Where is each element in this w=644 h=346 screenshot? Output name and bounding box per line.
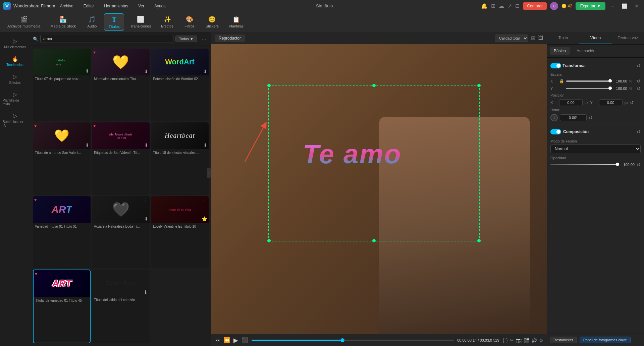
tool-efectos[interactable]: ✨ Efectos xyxy=(157,14,177,30)
download-icon[interactable]: ⬇ xyxy=(144,290,148,295)
filter-button[interactable]: Todos ▼ xyxy=(175,36,197,42)
collapse-panel-button[interactable]: ‹ xyxy=(207,168,211,178)
list-item[interactable]: ♥ ART Titular de variedad 01 Título 45 xyxy=(33,270,91,343)
tab-reproductor[interactable]: Reproductor xyxy=(215,35,245,42)
icon-share[interactable]: ↗ xyxy=(507,3,512,9)
progress-bar[interactable] xyxy=(252,340,454,341)
mark-in-icon[interactable]: { xyxy=(503,338,504,343)
list-item[interactable]: ♥ ART Variedad Titular 01 Título 01 xyxy=(33,196,91,269)
tab-texto[interactable]: Texto xyxy=(547,32,579,44)
download-icon[interactable]: ⬇ xyxy=(85,68,89,74)
export-button[interactable]: Exportar ▼ xyxy=(576,2,605,10)
list-item[interactable]: Título...salu... ⬇ Título 07 del paquete… xyxy=(33,49,91,121)
list-item[interactable]: ⋮ 🖤 ⬇ Acuarela Naturaleza Boda Tí... xyxy=(92,196,150,269)
sidebar-item-tendencias[interactable]: 🔥 Tendencias xyxy=(1,53,29,69)
composicion-toggle[interactable] xyxy=(550,129,561,134)
download-icon[interactable]: ⬇ xyxy=(203,69,207,74)
posicion-y-input[interactable] xyxy=(599,99,623,106)
menu-ver[interactable]: Ver xyxy=(136,2,146,10)
menu-editar[interactable]: Editar xyxy=(82,2,96,10)
menu-archivo[interactable]: Archivo xyxy=(58,2,75,10)
sidebar-item-mis-elementos[interactable]: ▷ Mis elementos xyxy=(1,35,29,52)
transformar-toggle[interactable]: Transformar xyxy=(550,63,586,68)
rotar-input[interactable] xyxy=(560,114,587,121)
more-icon[interactable]: ⋮ xyxy=(144,197,148,203)
escala-x-reset[interactable]: ↺ xyxy=(637,78,641,84)
tab-video[interactable]: Vídeo xyxy=(579,32,611,44)
more-icon[interactable]: ⋮ xyxy=(203,197,207,203)
restablecer-button[interactable]: Restablecer xyxy=(550,337,577,343)
escala-x-slider[interactable] xyxy=(566,80,612,82)
more-options-button[interactable]: ⋯ xyxy=(199,35,209,43)
download-icon[interactable]: ⬇ xyxy=(144,216,148,222)
list-item[interactable]: WordArt ⬇ Potente diseño de WordArt 02 xyxy=(151,49,209,121)
tool-filtros[interactable]: 🎨 Filtros xyxy=(179,14,200,30)
fotogramas-clave-button[interactable]: Panel de fotogramas clave xyxy=(580,337,631,343)
tool-transiciones[interactable]: ⬜ Transiciones xyxy=(126,14,155,30)
subtab-animacion[interactable]: Animación xyxy=(573,47,599,55)
close-button[interactable]: ✕ xyxy=(633,3,641,9)
list-item[interactable]: ♥ My Heart Beats For You ⬇ Etiquetas de … xyxy=(92,122,150,195)
preview-text-overlay[interactable]: Te amo xyxy=(303,139,401,170)
tool-titulos[interactable]: T Títulos xyxy=(104,13,124,31)
minimize-button[interactable]: ─ xyxy=(609,3,616,9)
step-back-button[interactable]: ⏪ xyxy=(223,337,230,343)
icon-layout[interactable]: ⊟ xyxy=(515,3,520,9)
list-item[interactable]: ♥ 💛 ⬇ Título de amor de San Valent... xyxy=(33,122,91,195)
tool-stickers[interactable]: 😊 Stickers xyxy=(202,14,223,30)
tool-plantillas[interactable]: 📋 Plantillas xyxy=(225,14,248,30)
sidebar-item-efectos[interactable]: ▷ Efectos xyxy=(1,71,29,87)
icon-cloud[interactable]: ☁ xyxy=(499,3,504,9)
screenshot-icon[interactable]: 🖼 xyxy=(538,35,543,41)
posicion-reset[interactable]: ↺ xyxy=(630,100,634,105)
download-icon[interactable]: ⬇ xyxy=(144,69,148,74)
menu-herramientas[interactable]: Herramientas xyxy=(102,2,130,10)
sidebar-item-subtitulos[interactable]: ▷ Subtítulos por IA xyxy=(1,110,29,130)
list-item[interactable]: ⋮ Amor de mi vida ⭐ Lovely Valentine Es … xyxy=(151,196,209,269)
rotar-reset[interactable]: ↺ xyxy=(589,115,593,120)
list-item[interactable]: Heart Beat ⬇ Título del latido del coraz… xyxy=(92,270,150,343)
snapshot-icon[interactable]: 📷 xyxy=(516,338,522,343)
download-icon[interactable]: ⬇ xyxy=(144,142,148,148)
stop-button[interactable]: ⬛ xyxy=(241,337,248,343)
progress-thumb[interactable] xyxy=(340,338,344,342)
tool-stock[interactable]: 🏪 Media de Stock xyxy=(46,14,80,30)
play-button[interactable]: ▶ xyxy=(233,337,238,344)
icon-grid[interactable]: ⊞ xyxy=(491,3,495,9)
heart-icon[interactable]: ♥ xyxy=(35,272,37,276)
render-icon[interactable]: 🎬 xyxy=(524,338,529,343)
skip-back-button[interactable]: ⏮ xyxy=(215,337,220,343)
heart-icon[interactable]: ♥ xyxy=(34,197,37,202)
composicion-reset[interactable]: ↺ xyxy=(637,129,641,134)
posicion-x-input[interactable] xyxy=(559,99,583,106)
user-avatar[interactable]: U xyxy=(550,2,558,10)
escala-y-reset[interactable]: ↺ xyxy=(637,86,641,91)
search-input[interactable] xyxy=(40,35,173,43)
transformar-reset-icon[interactable]: ↺ xyxy=(637,63,641,68)
rotar-dial[interactable] xyxy=(550,114,558,121)
heart-icon[interactable]: ♥ xyxy=(34,124,37,128)
tab-texto-a-voz[interactable]: Texto a voz xyxy=(612,32,644,44)
lock-icon[interactable]: 🔒 xyxy=(559,79,564,83)
volume-icon[interactable]: 🔊 xyxy=(531,338,537,343)
download-icon[interactable]: ⬇ xyxy=(85,142,89,148)
tool-audio[interactable]: 🎵 Audio xyxy=(82,14,102,30)
heart-icon[interactable]: ♥ xyxy=(93,50,96,55)
heart-icon[interactable]: ♥ xyxy=(93,124,96,128)
fullscreen-icon[interactable]: ⊞ xyxy=(531,35,535,41)
subtab-basico[interactable]: Básico xyxy=(550,47,570,55)
clip-icon[interactable]: ✂ xyxy=(510,338,514,343)
list-item[interactable]: Heartbeat ⬇ Título 18 de efectos visuale… xyxy=(151,122,209,195)
escala-y-slider[interactable] xyxy=(566,88,612,89)
tool-archivos[interactable]: 🎬 Archivos multimedia xyxy=(3,14,44,30)
opacidad-slider[interactable] xyxy=(550,164,619,165)
list-item[interactable]: ♥ 💛 ⬇ Materiales emocionales Títu... xyxy=(92,49,150,121)
quality-select[interactable]: Calidad total xyxy=(495,35,528,42)
mark-out-icon[interactable]: } xyxy=(506,338,508,343)
modo-fusion-select[interactable]: Normal xyxy=(550,145,641,153)
icon-notifications[interactable]: 🔔 xyxy=(481,3,488,9)
sidebar-item-plantilla-texto[interactable]: ▷ Plantilla de texto xyxy=(1,89,29,109)
restore-button[interactable]: ⬜ xyxy=(620,3,629,9)
settings-icon[interactable]: ⚙ xyxy=(539,338,543,343)
download-icon[interactable]: ⭐ xyxy=(202,216,207,222)
